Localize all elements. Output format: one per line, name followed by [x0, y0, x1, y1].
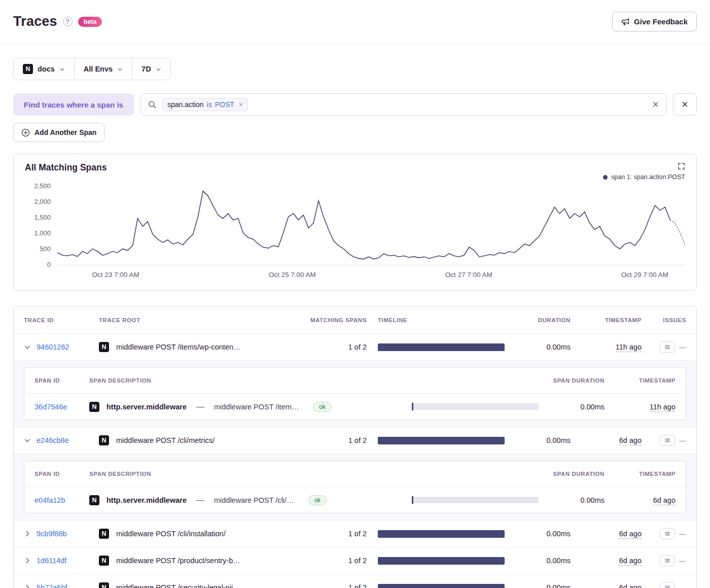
environment-filter[interactable]: All Envs [75, 58, 132, 80]
issues-empty-dash: — [679, 436, 686, 444]
beta-badge: beta [78, 17, 102, 27]
trace-id-link[interactable]: 9cb9f88b [37, 530, 67, 538]
column-header-issues: ISSUES [642, 317, 686, 323]
trace-root-cell: N middleware POST /items/wp-conten… [99, 342, 302, 352]
chart-panel: All Matching Spans span 1: span.action:P… [13, 154, 697, 291]
issues-button[interactable] [660, 555, 675, 566]
duration-value: 0.00ms [515, 557, 571, 565]
issues-cell: — [642, 555, 686, 566]
issues-button[interactable] [660, 582, 675, 588]
chevron-right-icon[interactable] [24, 557, 31, 564]
search-input[interactable]: span.action is POST × × [140, 93, 666, 116]
environment-filter-label: All Envs [84, 65, 113, 73]
span-row: 36d7546e N http.server.middleware — midd… [24, 394, 686, 420]
add-another-span-button[interactable]: Add Another Span [13, 123, 104, 142]
chevron-down-icon[interactable] [24, 343, 31, 351]
nextjs-platform-icon: N [23, 64, 33, 74]
status-badge: ok [313, 402, 332, 412]
remove-token-icon[interactable]: × [239, 100, 243, 109]
chevron-down-icon [117, 66, 123, 72]
x-tick: Oct 29 7:00 AM [621, 271, 668, 279]
main-content: N docs All Envs 7D Find traces where a s… [0, 44, 710, 588]
span-id-link[interactable]: 36d7546e [34, 403, 67, 411]
trace-id-cell: e246cb8e [24, 436, 99, 444]
matching-spans-count: 1 of 2 [302, 557, 378, 565]
duration-value: 0.00ms [515, 436, 571, 444]
filter-token[interactable]: span.action is POST × [162, 98, 248, 111]
matching-spans-count: 1 of 2 [302, 343, 378, 351]
trace-id-link[interactable]: 5b72a6bf [37, 583, 67, 588]
column-header-span-description: SPAN DESCRIPTION [89, 471, 412, 477]
trace-id-link[interactable]: e246cb8e [37, 436, 69, 444]
column-header-span-id: SPAN ID [34, 471, 89, 477]
chart-panel-controls: span 1: span.action:POST [603, 162, 685, 181]
timestamp-value: 6d ago [619, 583, 642, 588]
help-icon[interactable]: ? [63, 17, 73, 26]
trace-root-label: middleware POST /cli/installation/ [116, 530, 226, 538]
span-timeline-cell [412, 403, 549, 410]
table-row: 5b72a6bf N middleware POST /security-leg… [14, 574, 696, 588]
column-header-trace-id: TRACE ID [24, 317, 99, 323]
span-operation-label: http.server.middleware [106, 496, 187, 504]
trace-root-cell: N middleware POST /security-legal-pii… [99, 582, 302, 588]
page-header-left: Traces ? beta [13, 14, 102, 29]
span-timestamp-cell: 6d ago [605, 496, 676, 505]
y-tick: 0 [25, 261, 51, 268]
trace-root-label: middleware POST /security-legal-pii… [116, 583, 240, 588]
timestamp-cell: 11h ago [571, 342, 642, 352]
search-icon [148, 100, 156, 109]
trace-root-cell: N middleware POST /product/sentry-b… [99, 556, 302, 566]
fullscreen-icon[interactable] [678, 162, 685, 170]
span-id-cell: 36d7546e [34, 402, 89, 411]
nextjs-platform-icon: N [99, 529, 109, 539]
span-description-cell: N http.server.middleware — middleware PO… [89, 495, 412, 505]
span-id-cell: e04fa12b [34, 496, 89, 505]
issues-button[interactable] [660, 435, 675, 446]
nextjs-platform-icon: N [99, 435, 109, 445]
trace-id-cell: 5b72a6bf [24, 583, 99, 588]
issues-cell: — [642, 341, 686, 353]
y-tick: 500 [25, 246, 51, 252]
timestamp-value: 6d ago [619, 557, 642, 566]
timeline-cell [378, 437, 515, 444]
matching-spans-count: 1 of 2 [302, 583, 378, 588]
chart-area: 2,500 2,000 1,500 1,000 500 0 [25, 182, 685, 268]
project-filter-label: docs [38, 65, 55, 73]
chevron-right-icon[interactable] [24, 530, 31, 537]
chevron-down-icon[interactable] [24, 437, 31, 444]
x-tick: Oct 23 7:00 AM [92, 271, 139, 279]
issues-button[interactable] [660, 528, 675, 539]
period-filter-label: 7D [141, 65, 151, 73]
span-id-link[interactable]: e04fa12b [34, 496, 65, 504]
table-row: 9cb9f88b N middleware POST /cli/installa… [14, 520, 696, 547]
chart-panel-header: All Matching Spans span 1: span.action:P… [25, 162, 685, 181]
trace-table-header: TRACE ID TRACE ROOT MATCHING SPANS TIMEL… [14, 306, 696, 333]
span-description-cell: N http.server.middleware — middleware PO… [89, 402, 412, 412]
matching-spans-count: 1 of 2 [302, 436, 378, 444]
clear-search-icon[interactable]: × [652, 99, 659, 110]
project-filter[interactable]: N docs [14, 58, 75, 80]
trace-table-body: 94601262 N middleware POST /items/wp-con… [14, 333, 696, 588]
trace-id-cell: 94601262 [24, 343, 99, 351]
close-query-button[interactable]: × [673, 93, 697, 116]
timestamp-value: 6d ago [619, 436, 642, 445]
column-header-span-timestamp: TIMESTAMP [605, 377, 676, 384]
column-header-timestamp: TIMESTAMP [571, 317, 642, 323]
y-tick: 1,500 [25, 214, 51, 221]
issues-button[interactable] [660, 341, 675, 353]
period-filter[interactable]: 7D [132, 58, 170, 80]
issues-cell: — [642, 582, 686, 588]
trace-root-cell: N middleware POST /cli/metrics/ [99, 435, 302, 445]
chevron-right-icon[interactable] [24, 584, 31, 588]
trace-id-link[interactable]: 1d6114df [37, 557, 66, 565]
trace-root-label: middleware POST /items/wp-conten… [116, 343, 241, 351]
nextjs-platform-icon: N [89, 402, 99, 412]
nextjs-platform-icon: N [99, 342, 109, 352]
trace-id-link[interactable]: 94601262 [37, 343, 69, 351]
span-timestamp-cell: 11h ago [605, 402, 676, 411]
spans-sub-table-header: SPAN ID SPAN DESCRIPTION SPAN DURATION T… [24, 368, 686, 394]
span-query-row: Find traces where a span is span.action … [13, 93, 697, 116]
span-description-label: middleware POST /item… [214, 403, 299, 411]
give-feedback-button[interactable]: Give Feedback [612, 12, 697, 31]
column-header-span-timestamp: TIMESTAMP [605, 471, 676, 477]
